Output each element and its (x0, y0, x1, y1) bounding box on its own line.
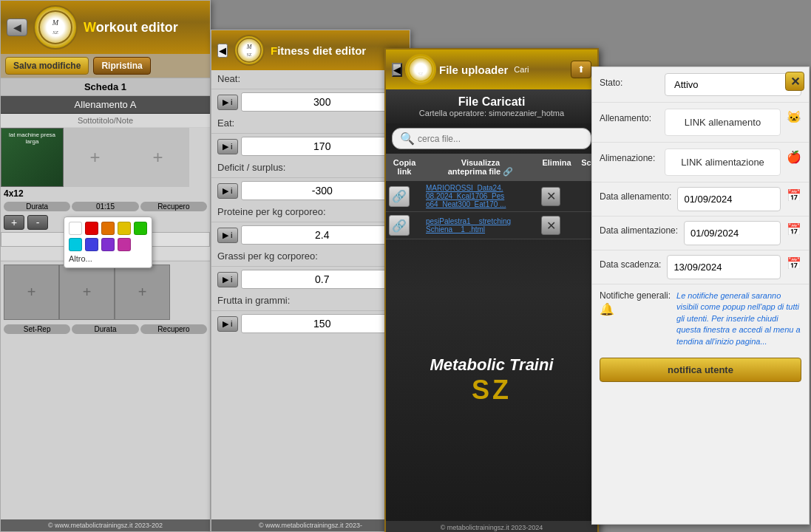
recupero-label: Recupero (140, 202, 207, 211)
restore-button[interactable]: Ripristina (93, 57, 150, 75)
eat-value: 170 (241, 137, 404, 156)
metabolic-branding: Metabolic Traini SZ (386, 239, 597, 521)
deficit-play-btn[interactable]: ▶ i (217, 183, 238, 199)
data-scadenza-input[interactable] (667, 255, 781, 279)
color-green[interactable] (134, 222, 147, 235)
proteine-label: Proteine per kg corporeo: (217, 206, 404, 217)
link-icon-2[interactable]: 🔗 (389, 215, 410, 236)
stato-control: AttivoInattivo (665, 73, 801, 96)
color-purple[interactable] (101, 238, 115, 251)
stato-select[interactable]: AttivoInattivo (665, 73, 801, 96)
neat-control: ▶ i 300 (211, 89, 410, 115)
exercise-add-image-1[interactable]: + (64, 128, 126, 187)
data-allenamento-input[interactable] (677, 187, 781, 211)
close-button[interactable]: ✕ (785, 72, 804, 91)
upload-gold-button[interactable]: ⬆ (571, 61, 591, 78)
data-scadenza-label: Data scadenza: (600, 255, 661, 270)
exercise-img-content: lat machine presa larga (1, 128, 63, 187)
neat-play-btn[interactable]: ▶ i (217, 95, 238, 110)
exercise-add-image-2[interactable]: + (126, 128, 189, 187)
allenamento-label: Allenamento: (600, 109, 659, 123)
color-blue[interactable] (85, 238, 98, 251)
copy-link-btn-1[interactable]: 🔗 (386, 185, 423, 208)
alimentazione-link-button[interactable]: LINK alimentazione (665, 149, 781, 176)
exercise-name: lat machine presa larga (1, 129, 63, 148)
exercise-image-main[interactable]: lat machine presa larga (1, 128, 64, 187)
file-name-1[interactable]: MARIOROSSI_Data24. 08.2024_Kcal1706_Pes … (423, 183, 538, 210)
grassi-play-btn[interactable]: ▶ i (217, 272, 238, 287)
color-orange[interactable] (101, 222, 115, 235)
notifica-utente-button[interactable]: notifica utente (600, 358, 801, 382)
set-rep-row: 4x12 (1, 187, 210, 200)
file-table-header: Copialink Visualizzaanteprima file 🔗 Eli… (386, 154, 597, 181)
notifiche-text: Le notifiche generali saranno visibili c… (676, 290, 801, 347)
svg-text:SZ: SZ (52, 30, 58, 35)
file-row-2: 🔗 pesiPalestra1__stretching Schiena__1_.… (386, 212, 597, 239)
delete-icon-1[interactable]: ✕ (541, 187, 560, 206)
save-modifications-button[interactable]: Salva modifiche (5, 57, 89, 75)
del-exercise-btn[interactable]: - (27, 215, 48, 230)
set-rep-value: 4x12 (4, 188, 24, 199)
alimentazione-label: Alimenazione: (600, 149, 659, 163)
stat-pills-row-2: Set-Rep Durata Recupero (1, 323, 210, 335)
copy-link-btn-2[interactable]: 🔗 (386, 214, 423, 237)
file-row-1: 🔗 MARIOROSSI_Data24. 08.2024_Kcal1706_Pe… (386, 181, 597, 212)
neat-field-row: Neat: (211, 70, 410, 89)
add-exercise-btn[interactable]: + (4, 215, 24, 230)
diet-back-button[interactable]: ◀ (217, 44, 228, 58)
exercise-images-row: lat machine presa larga + + (1, 128, 210, 187)
color-pink[interactable] (118, 238, 131, 251)
frutta-play-btn[interactable]: ▶ i (217, 316, 238, 332)
data-alimentazione-input[interactable] (684, 221, 781, 245)
exercise-slot-1[interactable]: + (4, 265, 59, 320)
col-copia-link: Copialink (386, 157, 423, 178)
proteine-play-btn[interactable]: ▶ i (217, 228, 238, 243)
workout-toolbar: Salva modifiche Ripristina (1, 54, 210, 78)
notifiche-emoji: 🔔 (600, 302, 671, 316)
recupero-label-2: Recupero (140, 324, 207, 334)
file-name-2[interactable]: pesiPalestra1__stretching Schiena__1_.ht… (423, 216, 538, 235)
svg-point-3 (237, 38, 261, 62)
exercise-slot-3[interactable]: + (115, 265, 170, 320)
cartella-text: Cartella operatore: simonezanier_hotma (392, 109, 591, 117)
color-yellow[interactable] (118, 222, 131, 235)
notifiche-label-col: Notifiche generali: 🔔 (600, 290, 671, 347)
search-bar: 🔍 (392, 128, 591, 149)
delete-btn-2[interactable]: ✕ (538, 214, 575, 236)
data-allenamento-emoji: 📅 (787, 188, 801, 202)
color-row-2 (69, 238, 147, 251)
file-uploader-logo: M SZ (405, 54, 436, 85)
alimentazione-row: Alimenazione: LINK alimentazione 🍎 (592, 143, 809, 183)
altro-link[interactable]: Altro... (69, 254, 147, 263)
svg-point-0 (39, 11, 72, 44)
file-caricati-title: File Caricati (392, 95, 591, 109)
color-cyan[interactable] (69, 238, 82, 251)
file-uploader-back-button[interactable]: ◀ (392, 63, 402, 77)
frutta-control: ▶ i 150 (211, 311, 410, 336)
file-uploader-cari: Cari (514, 65, 529, 74)
delete-icon-2[interactable]: ✕ (541, 216, 560, 235)
search-input[interactable] (418, 134, 583, 144)
alimentazione-emoji: 🍎 (787, 150, 801, 164)
color-white[interactable] (69, 222, 82, 235)
delete-btn-1[interactable]: ✕ (538, 185, 575, 208)
svg-text:SZ: SZ (246, 52, 251, 57)
file-uploader-footer: © metabolictrainingsz.it 2023-2024 (386, 521, 597, 532)
durata-value: 01:15 (72, 202, 138, 211)
data-alimentazione-emoji: 📅 (787, 222, 801, 236)
proteine-field-row: Proteine per kg corporeo: (211, 203, 410, 222)
file-uploader-titlebar: ◀ M SZ File uploader Cari ⬆ (386, 50, 597, 89)
neat-value: 300 (241, 92, 404, 112)
eat-play-btn[interactable]: ▶ i (217, 139, 238, 154)
link-icon-1[interactable]: 🔗 (389, 186, 410, 207)
file-link-1[interactable]: MARIOROSSI_Data24. 08.2024_Kcal1706_Pes … (426, 184, 506, 208)
file-link-2[interactable]: pesiPalestra1__stretching Schiena__1_.ht… (426, 217, 511, 233)
data-alimentazione-label: Data alimentazione: (600, 221, 678, 236)
workout-back-button[interactable]: ◀ (7, 18, 27, 36)
deficit-label: Deficit / surplus: (217, 162, 404, 173)
color-red[interactable] (85, 222, 98, 235)
allenamento-link-button[interactable]: LINK allenamento (665, 109, 781, 136)
diet-fields: Neat: ▶ i 300 Eat: ▶ i 170 Deficit / sur… (211, 70, 410, 519)
exercise-slot-2[interactable]: + (59, 265, 115, 320)
data-allenamento-label: Data allenamento: (600, 187, 671, 202)
